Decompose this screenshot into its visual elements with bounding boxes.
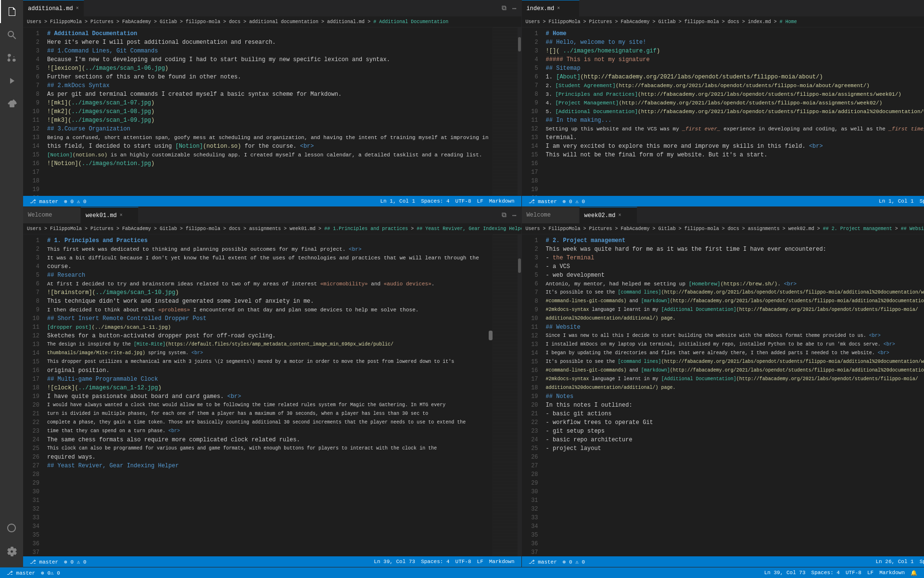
position-status-3[interactable]: Ln 39, Col 73 xyxy=(371,559,418,565)
bottom-right-line-numbers: 12345 678910 1112131415 1617181920 21222… xyxy=(522,234,542,556)
source-control-activity-icon[interactable] xyxy=(0,46,23,69)
bottom-editor-row: Welcome week01.md × ⧉ ⋯ Users > FilippoM… xyxy=(23,207,924,567)
code-line: This first week was dedicated to thinkin… xyxy=(47,245,489,254)
code-line: At first I decided to try and brainstorm… xyxy=(47,280,489,288)
extensions-activity-icon[interactable] xyxy=(0,92,23,116)
spaces-status[interactable]: Spaces: 4 xyxy=(418,198,452,204)
position-status-2[interactable]: Ln 1, Col 1 xyxy=(876,198,917,204)
code-line: 3. [Principles and Practices](http://fab… xyxy=(546,90,924,99)
code-line: ![]( ../images/homesignature.gif) xyxy=(546,47,924,55)
code-line: - basic git actions xyxy=(546,410,924,418)
top-right-code-content: # Home ## Hello, welcome to my site! ![]… xyxy=(542,27,924,196)
global-errors-status[interactable]: ⊗ 0 ⚠ 0 xyxy=(38,567,63,578)
language-status-3[interactable]: Markdown xyxy=(486,559,518,565)
tab-welcome-br[interactable]: Welcome xyxy=(522,207,580,224)
spaces-status-4[interactable]: Spaces: 4 xyxy=(917,559,924,565)
more-actions-btn[interactable]: ⋯ xyxy=(510,3,518,13)
eol-status-3[interactable]: LF xyxy=(474,559,486,565)
code-line: - a VCS xyxy=(546,262,924,271)
errors-status[interactable]: ⊗ 0 ⚠ 0 xyxy=(61,198,89,205)
global-spaces[interactable]: Spaces: 4 xyxy=(809,567,843,578)
scroll-thumb-3[interactable] xyxy=(518,258,521,273)
code-line: Since I was new to all this I decide to … xyxy=(546,332,924,340)
tab-index-md-close[interactable]: × xyxy=(557,6,560,11)
global-position[interactable]: Ln 39, Col 73 xyxy=(761,567,809,578)
top-left-status-right: Ln 1, Col 1 Spaces: 4 UTF-8 LF Markdown xyxy=(378,198,518,204)
bottom-left-scrollbar[interactable] xyxy=(518,234,521,556)
error-icon: ⊗ xyxy=(64,199,70,205)
encoding-status[interactable]: UTF-8 xyxy=(453,198,474,204)
top-left-scrollbar[interactable] xyxy=(518,27,521,196)
bottom-right-tab-bar: Welcome week02.md × ⧉ ⋯ xyxy=(522,207,924,224)
code-line: Here it's where I will post additional d… xyxy=(47,38,489,47)
branch-status-4[interactable]: ⎇ master xyxy=(526,559,560,565)
global-branch-status[interactable]: ⎇ master xyxy=(4,567,38,578)
code-line: ![clock](../images/scan_1-12.jpg) xyxy=(47,384,489,392)
notification-bell[interactable]: 🔔 xyxy=(908,567,920,578)
run-activity-icon[interactable] xyxy=(0,69,23,92)
error-count-4: 0 xyxy=(569,559,572,565)
code-line: ##### This is not my signature xyxy=(546,55,924,64)
code-line: terminal. xyxy=(546,133,924,142)
code-line: Further sections of this are to be found… xyxy=(47,73,489,81)
remote-activity-icon[interactable] xyxy=(0,516,23,539)
code-line: ![mk2](../images/scan_1-08.jpg) xyxy=(47,107,489,116)
tab-welcome-bl[interactable]: Welcome xyxy=(23,207,81,224)
warning-count-3: 0 xyxy=(83,559,87,565)
tab-week01-md-close[interactable]: × xyxy=(120,213,123,218)
code-line: # 2. Project management xyxy=(546,236,924,245)
scroll-thumb[interactable] xyxy=(518,37,521,51)
code-line: ## Yeast Reviver, Gear Indexing Helper xyxy=(47,462,489,470)
code-line: #command-lines-git-commands) and [markdo… xyxy=(546,366,924,375)
code-line: - project layout xyxy=(546,444,924,453)
bottom-left-drag-indicator[interactable] xyxy=(489,331,493,340)
global-eol[interactable]: LF xyxy=(864,567,876,578)
top-left-status-bar: ⎇ master ⊗ 0 ⚠ 0 Ln 1, Col 1 Spaces: 4 U… xyxy=(23,196,521,206)
global-language[interactable]: Markdown xyxy=(876,567,908,578)
top-right-editor-main: 12345 678910 1112131415 1617181920 21222… xyxy=(522,27,924,196)
code-line: 4. [Project Management](http://fabacadem… xyxy=(546,99,924,107)
tab-index-md[interactable]: index.md × xyxy=(522,0,580,17)
code-line: - git setup steps xyxy=(546,427,924,436)
errors-status-3[interactable]: ⊗ 0 ⚠ 0 xyxy=(61,559,89,565)
bottom-right-code-content: # 2. Project management This week was qu… xyxy=(542,234,924,556)
spaces-status-2[interactable]: Spaces: 4 xyxy=(917,198,924,204)
eol-status[interactable]: LF xyxy=(474,198,486,204)
position-status-4[interactable]: Ln 26, Col 1 xyxy=(873,559,916,565)
tab-additional-md-label: additional.md xyxy=(28,5,73,12)
branch-status-3[interactable]: ⎇ master xyxy=(27,559,61,565)
top-left-breadcrumb: Users > FilippoMola > Pictures > FabAcad… xyxy=(23,17,521,27)
explorer-icon[interactable] xyxy=(0,0,23,23)
branch-status-2[interactable]: ⎇ master xyxy=(526,198,560,205)
search-activity-icon[interactable] xyxy=(0,23,23,46)
code-line: 2. [Student Agreement](http://fabacademy… xyxy=(546,81,924,90)
code-line: ## Short Insert Remote Controlled Droppe… xyxy=(47,314,489,323)
code-line: additional%20documentation/additional/) … xyxy=(546,314,924,323)
breadcrumb-text-3: Users > FilippoMola > Pictures > FabAcad… xyxy=(27,226,521,231)
position-status[interactable]: Ln 1, Col 1 xyxy=(378,198,418,204)
more-actions-btn-3[interactable]: ⋯ xyxy=(510,210,518,220)
errors-status-4[interactable]: ⊗ 0 ⚠ 0 xyxy=(560,559,588,565)
tab-additional-md-close[interactable]: × xyxy=(76,6,79,11)
global-encoding[interactable]: UTF-8 xyxy=(843,567,864,578)
language-status[interactable]: Markdown xyxy=(486,198,518,204)
split-editor-btn-3[interactable]: ⧉ xyxy=(500,210,508,220)
bottom-left-status-bar: ⎇ master ⊗ 0 ⚠ 0 Ln 39, Col 73 Spaces: 4… xyxy=(23,556,521,567)
bottom-left-code-content: # 1. Principles and Practices This first… xyxy=(43,234,493,556)
branch-status[interactable]: ⎇ master xyxy=(27,198,61,205)
top-left-line-numbers: 12345 678910 1112131415 1617181920 21222… xyxy=(23,27,43,196)
tab-week01-md[interactable]: week01.md × xyxy=(81,207,139,224)
code-line: Being a confused, short attention span, … xyxy=(47,133,489,142)
tab-week02-md-close[interactable]: × xyxy=(618,213,621,218)
encoding-status-3[interactable]: UTF-8 xyxy=(453,559,474,565)
code-line: I installed mkDocs on my laptop via term… xyxy=(546,340,924,349)
top-left-tab-actions: ⧉ ⋯ xyxy=(500,3,521,13)
spaces-status-3[interactable]: Spaces: 4 xyxy=(418,559,452,565)
code-line: I then decided to think about what «prob… xyxy=(47,306,489,314)
settings-activity-icon[interactable] xyxy=(0,539,23,563)
tab-week02-md[interactable]: week02.md × xyxy=(580,207,637,224)
bottom-left-line-numbers: 12345 678910 1112131415 1617181920 21222… xyxy=(23,234,43,556)
split-editor-btn[interactable]: ⧉ xyxy=(500,3,508,13)
errors-status-2[interactable]: ⊗ 0 ⚠ 0 xyxy=(560,198,588,205)
tab-additional-md[interactable]: additional.md × xyxy=(23,0,84,17)
